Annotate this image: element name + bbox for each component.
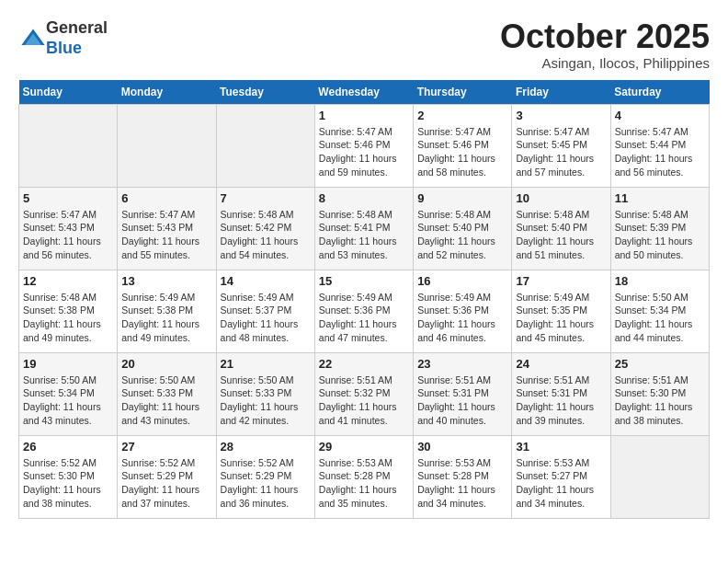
day-info: Sunrise: 5:50 AM Sunset: 5:33 PM Dayligh… [121,373,211,428]
calendar-cell: 24Sunrise: 5:51 AM Sunset: 5:31 PM Dayli… [512,352,610,435]
weekday-header-sunday: Sunday [19,80,118,105]
day-info: Sunrise: 5:48 AM Sunset: 5:41 PM Dayligh… [319,208,409,262]
day-number: 5 [23,191,113,205]
day-number: 14 [221,274,311,288]
calendar-cell: 14Sunrise: 5:49 AM Sunset: 5:37 PM Dayli… [216,270,314,352]
day-info: Sunrise: 5:50 AM Sunset: 5:34 PM Dayligh… [23,373,113,428]
day-info: Sunrise: 5:47 AM Sunset: 5:46 PM Dayligh… [319,125,409,179]
day-info: Sunrise: 5:51 AM Sunset: 5:32 PM Dayligh… [319,373,409,428]
calendar-cell: 21Sunrise: 5:50 AM Sunset: 5:33 PM Dayli… [216,352,314,435]
day-number: 26 [23,440,113,454]
weekday-header-tuesday: Tuesday [216,80,314,105]
logo-text: General Blue [46,18,108,58]
day-number: 9 [417,191,507,205]
calendar-cell [610,435,709,518]
calendar-cell: 7Sunrise: 5:48 AM Sunset: 5:42 PM Daylig… [216,187,314,270]
calendar-cell: 17Sunrise: 5:49 AM Sunset: 5:35 PM Dayli… [512,270,610,352]
calendar-cell: 20Sunrise: 5:50 AM Sunset: 5:33 PM Dayli… [118,352,216,435]
month-title: October 2025 [500,18,710,55]
week-row-1: 1Sunrise: 5:47 AM Sunset: 5:46 PM Daylig… [19,104,710,187]
calendar-cell: 4Sunrise: 5:47 AM Sunset: 5:44 PM Daylig… [610,104,709,187]
week-row-3: 12Sunrise: 5:48 AM Sunset: 5:38 PM Dayli… [19,270,710,352]
day-number: 7 [221,191,311,205]
calendar-cell: 13Sunrise: 5:49 AM Sunset: 5:38 PM Dayli… [118,270,216,352]
calendar-cell: 19Sunrise: 5:50 AM Sunset: 5:34 PM Dayli… [19,352,118,435]
day-number: 23 [417,357,507,371]
calendar-cell: 25Sunrise: 5:51 AM Sunset: 5:30 PM Dayli… [610,352,709,435]
day-number: 18 [615,274,705,288]
calendar-cell: 10Sunrise: 5:48 AM Sunset: 5:40 PM Dayli… [512,187,610,270]
calendar-cell [19,104,118,187]
day-number: 8 [319,191,409,205]
day-info: Sunrise: 5:48 AM Sunset: 5:38 PM Dayligh… [23,291,113,345]
day-info: Sunrise: 5:47 AM Sunset: 5:43 PM Dayligh… [121,208,211,262]
day-info: Sunrise: 5:51 AM Sunset: 5:31 PM Dayligh… [516,373,606,428]
day-info: Sunrise: 5:52 AM Sunset: 5:30 PM Dayligh… [23,456,113,511]
calendar-cell [216,104,314,187]
calendar-cell: 22Sunrise: 5:51 AM Sunset: 5:32 PM Dayli… [314,352,413,435]
title-area: October 2025 Asingan, Ilocos, Philippine… [500,18,710,71]
day-info: Sunrise: 5:48 AM Sunset: 5:40 PM Dayligh… [417,208,507,262]
calendar-cell: 27Sunrise: 5:52 AM Sunset: 5:29 PM Dayli… [118,435,216,518]
day-info: Sunrise: 5:52 AM Sunset: 5:29 PM Dayligh… [121,456,211,511]
day-info: Sunrise: 5:53 AM Sunset: 5:28 PM Dayligh… [417,456,507,511]
day-number: 4 [615,109,705,122]
day-number: 22 [319,357,409,371]
day-number: 19 [23,357,113,371]
day-number: 30 [417,440,507,454]
day-info: Sunrise: 5:49 AM Sunset: 5:36 PM Dayligh… [417,291,507,345]
calendar-cell: 1Sunrise: 5:47 AM Sunset: 5:46 PM Daylig… [314,104,413,187]
day-number: 21 [221,357,311,371]
calendar-cell: 9Sunrise: 5:48 AM Sunset: 5:40 PM Daylig… [414,187,512,270]
day-number: 25 [615,357,705,371]
day-number: 15 [319,274,409,288]
day-number: 27 [121,440,211,454]
day-info: Sunrise: 5:47 AM Sunset: 5:46 PM Dayligh… [417,125,507,179]
calendar-cell [118,104,216,187]
day-number: 11 [615,191,705,205]
calendar-cell: 3Sunrise: 5:47 AM Sunset: 5:45 PM Daylig… [512,104,610,187]
location: Asingan, Ilocos, Philippines [500,55,710,71]
calendar-cell: 11Sunrise: 5:48 AM Sunset: 5:39 PM Dayli… [610,187,709,270]
day-number: 20 [121,357,211,371]
day-number: 16 [417,274,507,288]
weekday-header-friday: Friday [512,80,610,105]
day-number: 2 [417,109,507,122]
day-number: 28 [221,440,311,454]
day-number: 6 [121,191,211,205]
day-info: Sunrise: 5:47 AM Sunset: 5:43 PM Dayligh… [23,208,113,262]
day-info: Sunrise: 5:48 AM Sunset: 5:40 PM Dayligh… [516,208,606,262]
day-number: 13 [121,274,211,288]
day-info: Sunrise: 5:49 AM Sunset: 5:36 PM Dayligh… [319,291,409,345]
calendar-cell: 15Sunrise: 5:49 AM Sunset: 5:36 PM Dayli… [314,270,413,352]
weekday-header-thursday: Thursday [414,80,512,105]
week-row-5: 26Sunrise: 5:52 AM Sunset: 5:30 PM Dayli… [19,435,710,518]
week-row-4: 19Sunrise: 5:50 AM Sunset: 5:34 PM Dayli… [19,352,710,435]
calendar-cell: 2Sunrise: 5:47 AM Sunset: 5:46 PM Daylig… [414,104,512,187]
calendar-cell: 8Sunrise: 5:48 AM Sunset: 5:41 PM Daylig… [314,187,413,270]
day-info: Sunrise: 5:47 AM Sunset: 5:45 PM Dayligh… [516,125,606,179]
day-info: Sunrise: 5:53 AM Sunset: 5:28 PM Dayligh… [319,456,409,511]
calendar-cell: 26Sunrise: 5:52 AM Sunset: 5:30 PM Dayli… [19,435,118,518]
week-row-2: 5Sunrise: 5:47 AM Sunset: 5:43 PM Daylig… [19,187,710,270]
page-header: General Blue October 2025 Asingan, Iloco… [18,18,710,71]
logo-icon [20,26,46,52]
day-number: 17 [516,274,606,288]
weekday-header-monday: Monday [118,80,216,105]
calendar-cell: 5Sunrise: 5:47 AM Sunset: 5:43 PM Daylig… [19,187,118,270]
weekday-header-wednesday: Wednesday [314,80,413,105]
day-info: Sunrise: 5:47 AM Sunset: 5:44 PM Dayligh… [615,125,705,179]
day-number: 31 [516,440,606,454]
calendar-cell: 23Sunrise: 5:51 AM Sunset: 5:31 PM Dayli… [414,352,512,435]
day-info: Sunrise: 5:49 AM Sunset: 5:35 PM Dayligh… [516,291,606,345]
calendar-cell: 18Sunrise: 5:50 AM Sunset: 5:34 PM Dayli… [610,270,709,352]
calendar-cell: 29Sunrise: 5:53 AM Sunset: 5:28 PM Dayli… [314,435,413,518]
day-number: 24 [516,357,606,371]
calendar-cell: 12Sunrise: 5:48 AM Sunset: 5:38 PM Dayli… [19,270,118,352]
day-info: Sunrise: 5:51 AM Sunset: 5:31 PM Dayligh… [417,373,507,428]
day-info: Sunrise: 5:49 AM Sunset: 5:38 PM Dayligh… [121,291,211,345]
day-number: 29 [319,440,409,454]
calendar-table: SundayMondayTuesdayWednesdayThursdayFrid… [18,80,710,519]
day-number: 10 [516,191,606,205]
day-info: Sunrise: 5:51 AM Sunset: 5:30 PM Dayligh… [615,373,705,428]
